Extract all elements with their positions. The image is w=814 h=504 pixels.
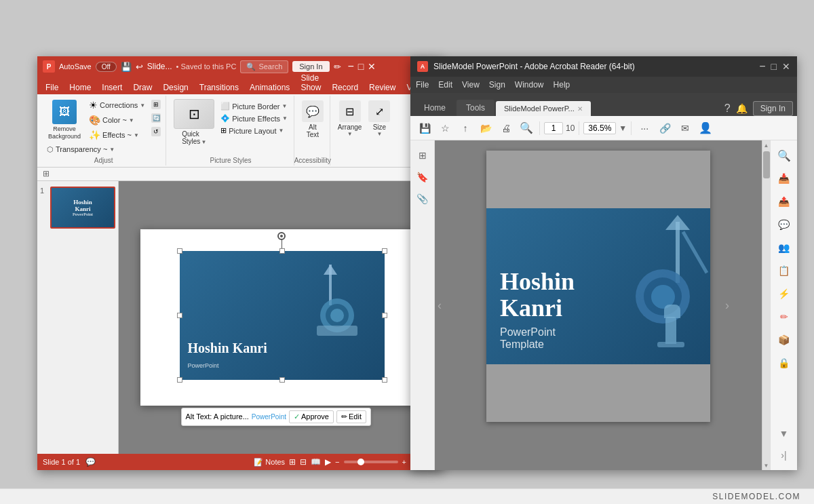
tab-transitions[interactable]: Transitions bbox=[194, 81, 244, 94]
right-comment[interactable]: 💬 bbox=[775, 215, 794, 234]
picture-effects-button[interactable]: 💠 Picture Effects▼ bbox=[218, 113, 290, 123]
right-collapse[interactable]: ›| bbox=[775, 446, 794, 465]
right-collab[interactable]: 👥 bbox=[775, 238, 794, 257]
tab-draw[interactable]: Draw bbox=[128, 81, 157, 94]
handle-ml[interactable] bbox=[177, 313, 182, 318]
tool-save[interactable]: 💾 bbox=[416, 119, 433, 137]
menu-window[interactable]: Window bbox=[515, 80, 544, 90]
edit-button[interactable]: ✏ Edit bbox=[336, 410, 366, 423]
zoom-input[interactable] bbox=[583, 122, 616, 134]
ppt-close[interactable]: ✕ bbox=[368, 61, 376, 72]
help-icon[interactable]: ? bbox=[724, 102, 731, 115]
acrobat-close[interactable]: ✕ bbox=[782, 61, 790, 72]
acrobat-minimize[interactable]: − bbox=[759, 60, 765, 73]
menu-view[interactable]: View bbox=[462, 80, 480, 90]
slide-thumbnail[interactable]: HoshinKanri PowerPoint bbox=[50, 187, 115, 229]
remove-background-button[interactable]: 🖼 RemoveBackground bbox=[44, 97, 85, 143]
tool-share[interactable]: ↑ bbox=[457, 119, 474, 137]
tab-file[interactable]: File bbox=[40, 81, 64, 94]
tool-print[interactable]: 🖨 bbox=[497, 119, 515, 137]
right-zoom-in[interactable]: 🔍 bbox=[775, 146, 794, 165]
zoom-dropdown-arrow[interactable]: ▼ bbox=[619, 123, 627, 133]
collapse-right-button[interactable]: › bbox=[725, 298, 729, 313]
slide-item-1[interactable]: 1 HoshinKanri PowerPoint bbox=[40, 187, 115, 229]
handle-tr[interactable] bbox=[382, 248, 387, 254]
compress-button[interactable]: ⊞ bbox=[149, 98, 163, 111]
artistic-effects-button[interactable]: ✨ Effects ~ ▼ bbox=[86, 128, 148, 142]
handle-br[interactable] bbox=[382, 377, 387, 383]
transparency-button[interactable]: ⬡ Transparency ~ ▼ bbox=[44, 144, 163, 155]
view-slideshow[interactable]: ▶ bbox=[325, 457, 331, 467]
tool-link[interactable]: 🔗 bbox=[656, 119, 674, 137]
more-tools[interactable]: ··· bbox=[636, 119, 653, 137]
zoom-slider-track[interactable] bbox=[344, 461, 398, 463]
right-user[interactable]: 🔒 bbox=[775, 353, 794, 372]
acrobat-tab-file[interactable]: SlideModel PowerP... ✕ bbox=[496, 101, 591, 116]
acrobat-tab-tools[interactable]: Tools bbox=[457, 100, 495, 116]
alt-text-button[interactable]: 💬 AltText bbox=[300, 98, 326, 140]
right-expand-down[interactable]: ▼ bbox=[775, 424, 794, 443]
autosave-toggle[interactable]: Off bbox=[96, 62, 117, 72]
color-button[interactable]: 🎨 Color ~ ▼ bbox=[86, 113, 148, 127]
tool-bookmark[interactable]: ☆ bbox=[436, 119, 454, 137]
tab-review[interactable]: Review bbox=[364, 81, 401, 94]
tool-open[interactable]: 📂 bbox=[477, 119, 495, 137]
handle-tl[interactable] bbox=[177, 248, 182, 254]
arrange-button[interactable]: ⊟ Arrange ▼ bbox=[336, 98, 364, 139]
handle-t[interactable] bbox=[279, 248, 285, 254]
sidebar-attachment[interactable]: 📎 bbox=[413, 189, 432, 208]
scroll-down[interactable]: ▼ bbox=[762, 461, 770, 470]
tool-account[interactable]: 👤 bbox=[697, 119, 714, 137]
sidebar-page-thumb[interactable]: ⊞ bbox=[413, 146, 432, 165]
scroll-thumb[interactable] bbox=[763, 151, 770, 178]
right-pen[interactable]: ✏ bbox=[775, 307, 794, 326]
collapse-left-button[interactable]: ‹ bbox=[438, 298, 442, 313]
tab-home[interactable]: Home bbox=[64, 81, 96, 94]
tab-animations[interactable]: Animations bbox=[244, 81, 295, 94]
tab-slideshow[interactable]: Slide Show bbox=[295, 71, 326, 94]
picture-border-button[interactable]: ⬜ Picture Border▼ bbox=[218, 101, 290, 111]
save-icon[interactable]: 💾 bbox=[121, 62, 132, 72]
zoom-out-icon[interactable]: − bbox=[335, 458, 339, 466]
scroll-up[interactable]: ▲ bbox=[762, 140, 770, 150]
view-reading[interactable]: 📖 bbox=[311, 457, 321, 467]
view-slide-sorter[interactable]: ⊟ bbox=[300, 457, 307, 467]
right-enhance[interactable]: ⚡ bbox=[775, 284, 794, 303]
approve-button[interactable]: ✓ Approve bbox=[289, 410, 334, 423]
slide-canvas[interactable]: Hoshin Kanri PowerPoint bbox=[140, 229, 422, 406]
undo-icon[interactable]: ↩ bbox=[136, 62, 143, 72]
pdf-scrollbar[interactable]: ▲ ▼ bbox=[762, 140, 770, 470]
page-input[interactable] bbox=[544, 122, 563, 134]
acrobat-tab-home[interactable]: Home bbox=[414, 100, 455, 116]
quick-styles-button[interactable]: ⊡ QuickStyles ▼ bbox=[172, 97, 216, 147]
notes-button[interactable]: 📝 Notes bbox=[254, 458, 285, 467]
handle-b[interactable] bbox=[279, 377, 285, 383]
ppt-maximize[interactable]: □ bbox=[358, 61, 364, 72]
change-picture-button[interactable]: 🔄 bbox=[149, 112, 163, 124]
menu-file[interactable]: File bbox=[416, 80, 429, 90]
signin-button[interactable]: Sign In bbox=[292, 61, 329, 72]
ppt-minimize[interactable]: − bbox=[348, 60, 354, 73]
tab-insert[interactable]: Insert bbox=[96, 81, 128, 94]
handle-mr[interactable] bbox=[382, 313, 387, 318]
view-normal[interactable]: ⊞ bbox=[289, 457, 296, 467]
reset-picture-button[interactable]: ↺ bbox=[149, 125, 163, 138]
selected-image[interactable]: Hoshin Kanri PowerPoint bbox=[180, 251, 385, 380]
size-button[interactable]: ⤢ Size ▼ bbox=[366, 98, 392, 139]
right-organize[interactable]: 📋 bbox=[775, 261, 794, 280]
picture-layout-button[interactable]: ⊞ Picture Layout▼ bbox=[218, 125, 290, 136]
zoom-in-icon[interactable]: + bbox=[402, 458, 406, 466]
signin-acrobat[interactable]: Sign In bbox=[753, 101, 793, 116]
right-stamp[interactable]: 📦 bbox=[775, 330, 794, 349]
file-tab-close[interactable]: ✕ bbox=[577, 105, 583, 113]
tab-record[interactable]: Record bbox=[326, 81, 364, 94]
sidebar-bookmark[interactable]: 🔖 bbox=[413, 168, 432, 187]
pen-icon[interactable]: ✏ bbox=[334, 62, 341, 72]
tool-zoom-out[interactable]: 🔍 bbox=[518, 119, 535, 137]
menu-help[interactable]: Help bbox=[554, 80, 570, 90]
search-box[interactable]: 🔍 Search bbox=[240, 60, 288, 73]
rotate-handle[interactable] bbox=[277, 232, 286, 240]
tab-design[interactable]: Design bbox=[157, 81, 193, 94]
right-export[interactable]: 📤 bbox=[775, 192, 794, 211]
handle-bl[interactable] bbox=[177, 377, 182, 383]
